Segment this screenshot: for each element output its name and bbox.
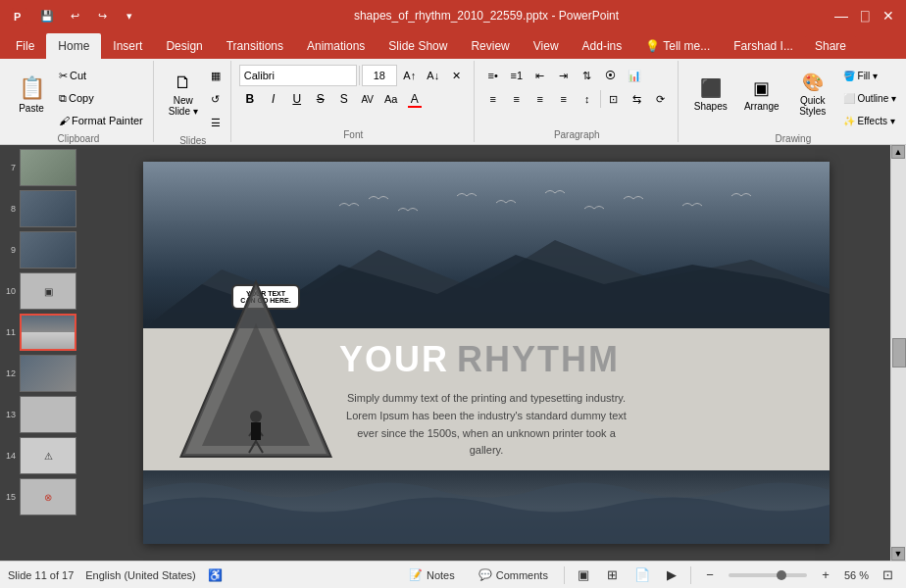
triangle-figure	[173, 274, 339, 470]
slide-thumb-7[interactable]: 7	[6, 149, 76, 186]
comments-btn[interactable]: 💬 Comments	[471, 566, 556, 583]
slide-thumb-15[interactable]: 15 ⊗	[6, 478, 76, 515]
tab-review[interactable]: Review	[459, 33, 521, 59]
scroll-thumb[interactable]	[892, 338, 906, 368]
format-painter-btn[interactable]: 🖌 Format Painter	[55, 110, 147, 131]
smartart-btn[interactable]: 📊	[624, 65, 645, 86]
tab-design[interactable]: Design	[154, 33, 214, 59]
italic-btn[interactable]: I	[263, 88, 284, 110]
zoom-out-btn[interactable]: −	[699, 564, 721, 586]
tab-home[interactable]: Home	[46, 33, 101, 59]
slide-img-7[interactable]	[20, 149, 76, 186]
numbering-btn[interactable]: ≡1	[506, 65, 528, 86]
cut-btn[interactable]: ✂ Cut	[55, 65, 147, 86]
layout-btn[interactable]: ▦	[207, 65, 225, 86]
divider1	[359, 66, 360, 85]
clear-format-btn[interactable]: ✕	[446, 65, 468, 86]
zoom-slider[interactable]	[729, 573, 807, 577]
slide-img-8[interactable]	[20, 190, 76, 227]
title-bar-title: shapes_of_rhythm_2010_22559.pptx - Power…	[354, 9, 619, 23]
slide-text-content: YOUR RHYTHM Simply dummy text of the pri…	[339, 339, 633, 459]
valign-btn[interactable]: ⊡	[603, 88, 625, 110]
slide-img-9[interactable]	[20, 231, 76, 269]
slideshow-view-btn[interactable]: ▶	[661, 564, 682, 586]
font-size-input[interactable]	[362, 65, 397, 86]
normal-view-btn[interactable]: ▣	[573, 564, 594, 586]
text-direction-btn[interactable]: ⇅	[577, 65, 598, 86]
tab-insert[interactable]: Insert	[101, 33, 154, 59]
copy-btn[interactable]: ⧉ Copy	[55, 87, 147, 109]
scroll-down-btn[interactable]: ▼	[891, 547, 905, 561]
tab-animations[interactable]: Animations	[295, 33, 377, 59]
tab-slideshow[interactable]: Slide Show	[377, 33, 459, 59]
customize-btn[interactable]: ▾	[118, 4, 141, 27]
zoom-in-btn[interactable]: +	[815, 564, 836, 586]
slide-img-13[interactable]	[20, 396, 76, 433]
shadow-btn[interactable]: S	[333, 88, 355, 110]
columns-btn[interactable]: ⦿	[600, 65, 622, 86]
bold-btn[interactable]: B	[239, 88, 261, 110]
tab-addins[interactable]: Add-ins	[571, 33, 634, 59]
scroll-up-btn[interactable]: ▲	[891, 145, 905, 159]
redo-btn[interactable]: ↪	[90, 4, 114, 27]
bullets-btn[interactable]: ≡•	[482, 65, 504, 86]
save-quick-btn[interactable]: 💾	[35, 4, 59, 27]
font-case-btn[interactable]: Aa	[380, 88, 402, 110]
shape-effects-btn[interactable]: ✨ Effects ▾	[839, 110, 900, 131]
underline-btn[interactable]: U	[286, 88, 308, 110]
tab-file[interactable]: File	[4, 33, 46, 59]
increase-indent-btn[interactable]: ⇥	[553, 65, 575, 86]
slide-info: Slide 11 of 17	[8, 569, 74, 581]
notes-btn[interactable]: 📝 Notes	[401, 566, 463, 583]
slide-img-12[interactable]	[20, 355, 76, 392]
font-size-increase-btn[interactable]: A↑	[399, 65, 421, 86]
arrange-btn[interactable]: ▣ Arrange	[737, 65, 786, 123]
shape-outline-btn[interactable]: ⬜ Outline ▾	[839, 87, 900, 109]
reset-btn[interactable]: ↺	[207, 88, 225, 110]
undo-btn[interactable]: ↩	[63, 4, 86, 27]
minimize-btn[interactable]: —	[831, 6, 851, 25]
close-btn[interactable]: ✕	[879, 6, 898, 25]
tab-view[interactable]: View	[522, 33, 571, 59]
tab-account[interactable]: Farshad I...	[722, 33, 805, 59]
strikethrough-btn[interactable]: S	[310, 88, 331, 110]
quick-styles-btn[interactable]: 🎨 Quick Styles	[788, 65, 837, 123]
slide-thumb-11[interactable]: 11	[6, 314, 76, 351]
canvas-area[interactable]: YOUR TEXTCAN GO HERE.	[82, 145, 890, 561]
reading-view-btn[interactable]: 📄	[631, 564, 653, 586]
char-spacing-btn[interactable]: AV	[357, 88, 378, 110]
tab-share[interactable]: Share	[805, 35, 856, 57]
convert-btn[interactable]: ⟳	[650, 88, 672, 110]
font-color-btn[interactable]: A	[404, 88, 426, 110]
font-size-decrease-btn[interactable]: A↓	[423, 65, 444, 86]
slide-thumb-8[interactable]: 8	[6, 190, 76, 227]
shape-fill-btn[interactable]: 🪣 Fill ▾	[839, 65, 900, 86]
section-btn[interactable]: ☰	[207, 112, 225, 133]
slide-thumb-12[interactable]: 12	[6, 355, 76, 392]
tab-transitions[interactable]: Transitions	[215, 33, 295, 59]
tab-tellme[interactable]: 💡 Tell me...	[633, 33, 722, 59]
align-center-btn[interactable]: ≡	[506, 88, 528, 110]
slide-thumb-9[interactable]: 9	[6, 231, 76, 269]
text-dir2-btn[interactable]: ⇆	[627, 88, 648, 110]
align-left-btn[interactable]: ≡	[482, 88, 504, 110]
restore-btn[interactable]: ⎕	[855, 6, 875, 25]
font-name-input[interactable]	[239, 65, 357, 86]
slide-img-10[interactable]: ▣	[20, 272, 76, 310]
slide-thumb-10[interactable]: 10 ▣	[6, 272, 76, 310]
slide-thumb-14[interactable]: 14 ⚠	[6, 437, 76, 474]
slide-thumb-13[interactable]: 13	[6, 396, 76, 433]
shapes-btn[interactable]: ⬛ Shapes	[686, 65, 735, 123]
paste-btn[interactable]: 📋 Paste	[10, 65, 53, 123]
justify-btn[interactable]: ≡	[553, 88, 575, 110]
slide-img-15[interactable]: ⊗	[20, 478, 76, 515]
decrease-indent-btn[interactable]: ⇤	[529, 65, 551, 86]
slide-img-14[interactable]: ⚠	[20, 437, 76, 474]
fit-slide-btn[interactable]: ⊡	[877, 564, 898, 586]
line-spacing-btn[interactable]: ↕	[577, 88, 598, 110]
align-right-btn[interactable]: ≡	[529, 88, 551, 110]
right-scrollbar[interactable]: ▲ ▼	[890, 145, 906, 561]
slide-sorter-btn[interactable]: ⊞	[602, 564, 624, 586]
slide-img-11[interactable]	[20, 314, 76, 351]
new-slide-btn[interactable]: 🗋 NewSlide ▾	[162, 65, 205, 123]
